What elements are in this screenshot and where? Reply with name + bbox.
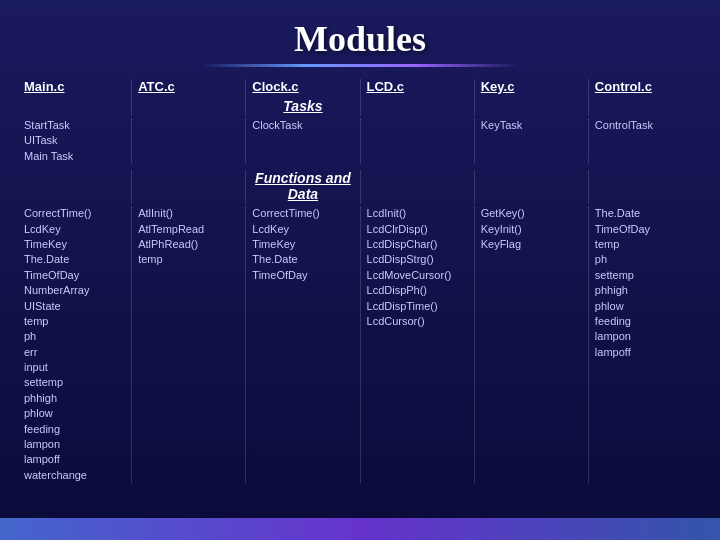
- main-fn-17: waterchange: [24, 468, 125, 483]
- atc-tasks: [132, 118, 246, 164]
- main-task-start: StartTask: [24, 118, 125, 133]
- atc-fn-2: AtlPhRead(): [138, 237, 239, 252]
- main-fn-11: settemp: [24, 375, 125, 390]
- main-fn-14: feeding: [24, 422, 125, 437]
- header-atc-c: ATC.c: [138, 79, 239, 94]
- col-header-clock: Clock.c Tasks: [246, 79, 360, 116]
- title-area: Modules: [0, 0, 720, 73]
- header-lcd-c: LCD.c: [367, 79, 468, 94]
- control-fn-label-col: [589, 170, 702, 204]
- control-fn-5: phhigh: [595, 283, 696, 298]
- key-tasks: KeyTask: [475, 118, 589, 164]
- main-fn-12: phhigh: [24, 391, 125, 406]
- page-title: Modules: [0, 18, 720, 60]
- functions-and-data-label: Functions and Data: [252, 170, 353, 202]
- lcd-fn-2: LcdDispChar(): [367, 237, 468, 252]
- main-fn-7: temp: [24, 314, 125, 329]
- main-fn-1: LcdKey: [24, 222, 125, 237]
- control-fn-9: lampoff: [595, 345, 696, 360]
- col-header-lcd: LCD.c: [361, 79, 475, 116]
- main-task-ui: UITask: [24, 133, 125, 148]
- lcd-fn-3: LcdDispStrg(): [367, 252, 468, 267]
- clock-tasks: ClockTask: [246, 118, 360, 164]
- main-fn-15: lampon: [24, 437, 125, 452]
- main-fn-3: The.Date: [24, 252, 125, 267]
- col-header-control: Control.c: [589, 79, 702, 116]
- control-fn-1: TimeOfDay: [595, 222, 696, 237]
- main-functions: CorrectTime() LcdKey TimeKey The.Date Ti…: [18, 206, 132, 483]
- header-clock-c: Clock.c: [252, 79, 353, 94]
- clock-fn-0: CorrectTime(): [252, 206, 353, 221]
- atc-fn-3: temp: [138, 252, 239, 267]
- control-fn-3: ph: [595, 252, 696, 267]
- title-underline: [200, 64, 520, 67]
- lcd-fn-4: LcdMoveCursor(): [367, 268, 468, 283]
- atc-fn-label-col: [132, 170, 246, 204]
- main-fn-8: ph: [24, 329, 125, 344]
- key-fn-1: KeyInit(): [481, 222, 582, 237]
- lcd-functions: LcdInit() LcdClrDisp() LcdDispChar() Lcd…: [361, 206, 475, 483]
- tasks-label: Tasks: [252, 98, 353, 114]
- key-fn-label-col: [475, 170, 589, 204]
- tasks-row: StartTask UITask Main Task ClockTask Key…: [0, 116, 720, 164]
- main-fn-4: TimeOfDay: [24, 268, 125, 283]
- main-task-main: Main Task: [24, 149, 125, 164]
- page: Modules Main.c ATC.c Clock.c Tasks LCD.c…: [0, 0, 720, 540]
- lcd-fn-5: LcdDispPh(): [367, 283, 468, 298]
- clock-fn-3: The.Date: [252, 252, 353, 267]
- clock-fn-2: TimeKey: [252, 237, 353, 252]
- key-task: KeyTask: [481, 118, 582, 133]
- main-fn-13: phlow: [24, 406, 125, 421]
- control-fn-4: settemp: [595, 268, 696, 283]
- lcd-fn-0: LcdInit(): [367, 206, 468, 221]
- main-fn-5: NumberArray: [24, 283, 125, 298]
- clock-fn-4: TimeOfDay: [252, 268, 353, 283]
- main-fn-6: UIState: [24, 299, 125, 314]
- main-fn-2: TimeKey: [24, 237, 125, 252]
- clock-fn-label-col: Functions and Data: [246, 170, 360, 204]
- control-functions: The.Date TimeOfDay temp ph settemp phhig…: [589, 206, 702, 483]
- atc-functions: AtlInit() AtlTempRead AtlPhRead() temp: [132, 206, 246, 483]
- col-header-main: Main.c: [18, 79, 132, 116]
- main-fn-10: input: [24, 360, 125, 375]
- lcd-fn-7: LcdCursor(): [367, 314, 468, 329]
- main-fn-16: lampoff: [24, 452, 125, 467]
- functions-label-row: Functions and Data: [0, 164, 720, 204]
- atc-fn-0: AtlInit(): [138, 206, 239, 221]
- atc-fn-1: AtlTempRead: [138, 222, 239, 237]
- lcd-fn-label-col: [361, 170, 475, 204]
- header-main-c: Main.c: [24, 79, 125, 94]
- key-fn-2: KeyFlag: [481, 237, 582, 252]
- lcd-tasks: [361, 118, 475, 164]
- lcd-fn-6: LcdDispTime(): [367, 299, 468, 314]
- clock-fn-1: LcdKey: [252, 222, 353, 237]
- main-fn-label-col: [18, 170, 132, 204]
- control-tasks: ControlTask: [589, 118, 702, 164]
- control-fn-0: The.Date: [595, 206, 696, 221]
- main-fn-9: err: [24, 345, 125, 360]
- lcd-fn-1: LcdClrDisp(): [367, 222, 468, 237]
- clock-task: ClockTask: [252, 118, 353, 133]
- main-tasks: StartTask UITask Main Task: [18, 118, 132, 164]
- control-fn-6: phlow: [595, 299, 696, 314]
- key-fn-0: GetKey(): [481, 206, 582, 221]
- main-fn-0: CorrectTime(): [24, 206, 125, 221]
- headers-row: Main.c ATC.c Clock.c Tasks LCD.c Key.c C…: [0, 73, 720, 116]
- clock-functions: CorrectTime() LcdKey TimeKey The.Date Ti…: [246, 206, 360, 483]
- functions-row: CorrectTime() LcdKey TimeKey The.Date Ti…: [0, 204, 720, 483]
- col-header-key: Key.c: [475, 79, 589, 116]
- bottom-bar: [0, 518, 720, 540]
- col-header-atc: ATC.c: [132, 79, 246, 116]
- header-control-c: Control.c: [595, 79, 696, 94]
- key-functions: GetKey() KeyInit() KeyFlag: [475, 206, 589, 483]
- control-fn-7: feeding: [595, 314, 696, 329]
- header-key-c: Key.c: [481, 79, 582, 94]
- control-fn-2: temp: [595, 237, 696, 252]
- control-task: ControlTask: [595, 118, 696, 133]
- control-fn-8: lampon: [595, 329, 696, 344]
